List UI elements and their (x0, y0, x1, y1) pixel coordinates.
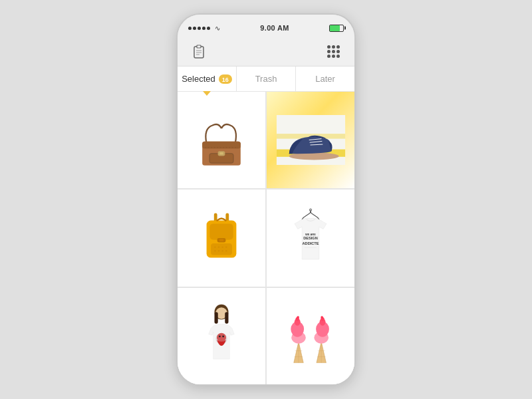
svg-point-31 (221, 250, 223, 251)
woman-tshirt-icon (198, 303, 245, 369)
product-item-1[interactable] (178, 92, 265, 188)
svg-rect-22 (211, 243, 232, 255)
bag-brown-icon (192, 110, 251, 170)
svg-point-56 (297, 317, 299, 319)
svg-text:· · · · · · · · ·: · · · · · · · · · (305, 247, 317, 249)
status-signal: ∿ (188, 25, 220, 32)
product-item-4[interactable]: WE ARE DESIGN ADDICTE · · · · · · · · · (267, 190, 354, 286)
battery-fill (330, 25, 340, 31)
signal-dot (188, 27, 192, 30)
app-screen: Selected 16 Trash Later (178, 66, 354, 384)
svg-point-32 (225, 250, 227, 251)
battery-indicator (329, 25, 344, 32)
product-item-5[interactable] (178, 288, 265, 384)
tab-selected-badge: 16 (219, 74, 232, 84)
wifi-icon: ∿ (215, 25, 220, 32)
app-toolbar (178, 37, 354, 66)
svg-point-46 (222, 336, 224, 338)
svg-point-45 (219, 336, 221, 338)
signal-dot (198, 27, 201, 30)
battery-icon (329, 25, 344, 32)
svg-rect-41 (215, 312, 218, 324)
grid-icon (327, 45, 340, 58)
signal-dot (193, 27, 196, 30)
phone-frame: ∿ 9.00 AM (176, 13, 356, 386)
tab-selected-label: Selected (182, 74, 215, 84)
clipboard-button[interactable] (191, 44, 207, 60)
tab-later[interactable]: Later (296, 66, 354, 91)
svg-rect-42 (225, 312, 228, 324)
product-item-3[interactable] (178, 190, 265, 286)
clipboard-icon (192, 45, 205, 59)
signal-dots (188, 27, 210, 30)
svg-point-66 (321, 317, 323, 319)
product-item-2[interactable] (267, 92, 354, 188)
svg-point-25 (214, 246, 215, 247)
status-time: 9.00 AM (260, 24, 289, 32)
svg-text:DESIGN: DESIGN (303, 236, 317, 240)
svg-rect-21 (209, 223, 233, 239)
shoe-background (267, 92, 354, 188)
product-item-6[interactable] (267, 288, 354, 384)
product-grid: WE ARE DESIGN ADDICTE · · · · · · · · · (178, 92, 354, 384)
shoe-blue-icon (276, 115, 346, 165)
tab-trash-label: Trash (255, 74, 277, 84)
svg-point-30 (218, 250, 219, 251)
tab-selected[interactable]: Selected 16 (178, 66, 237, 91)
tab-trash[interactable]: Trash (237, 66, 296, 91)
svg-rect-1 (197, 45, 201, 48)
signal-dot (202, 27, 205, 30)
svg-rect-9 (219, 152, 223, 155)
svg-point-29 (214, 250, 215, 251)
svg-point-26 (218, 246, 219, 247)
grid-menu-button[interactable] (325, 44, 341, 60)
svg-rect-24 (219, 239, 223, 241)
bag-yellow-icon (195, 208, 248, 268)
svg-text:ADDICTE: ADDICTE (303, 241, 319, 245)
tshirt-design-icon: WE ARE DESIGN ADDICTE · · · · · · · · · (284, 208, 337, 268)
icecream-icon (281, 303, 340, 369)
status-bar: ∿ 9.00 AM (178, 15, 354, 37)
tab-later-label: Later (315, 74, 335, 84)
signal-dot (207, 27, 210, 30)
tab-bar: Selected 16 Trash Later (178, 66, 354, 92)
svg-text:WE ARE: WE ARE (305, 233, 316, 236)
svg-point-28 (225, 246, 227, 247)
svg-point-27 (221, 246, 223, 247)
